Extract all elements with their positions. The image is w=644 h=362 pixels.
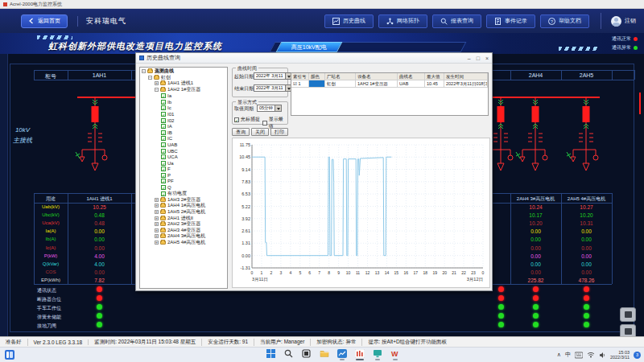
back-home-button[interactable]: 返回首页 <box>21 14 68 28</box>
tree-item[interactable]: +2AH5 4#高压电机 <box>142 240 227 246</box>
props-cell[interactable]: 10.45 <box>425 80 444 88</box>
curve-checkbox-icon[interactable]: ✓ <box>161 118 166 123</box>
query-button[interactable]: 查询 <box>232 128 250 136</box>
curve-checkbox-icon[interactable]: ✓ <box>161 136 166 141</box>
tree-item[interactable]: ✓UBC <box>142 148 227 154</box>
curve-checkbox-icon[interactable]: ✓ <box>161 105 166 110</box>
search-button[interactable] <box>283 349 294 361</box>
dialog-maximize-button[interactable]: □ <box>477 56 480 61</box>
app-chart-red-button[interactable] <box>354 349 365 361</box>
curve-checkbox-icon[interactable]: ✓ <box>161 100 166 105</box>
wifi-icon[interactable] <box>587 352 595 358</box>
app-wps-button[interactable]: W <box>390 349 400 361</box>
curve-checkbox-icon[interactable]: ✓ <box>161 112 166 117</box>
notification-badge[interactable]: 3 <box>634 352 641 359</box>
props-cell[interactable]: ☑ 1 <box>291 80 309 88</box>
tree-item[interactable]: −1AH2 1#变压器 <box>142 87 227 93</box>
speaker-icon[interactable] <box>599 352 606 359</box>
nav-button-event-record[interactable]: 事件记录 <box>486 14 535 28</box>
tree-item[interactable]: ✓I01 <box>142 111 227 117</box>
period-dropdown-icon[interactable] <box>275 105 281 111</box>
taskbar-clock[interactable]: 15:03 2022/3/11 <box>610 350 630 360</box>
tree-expand-icon[interactable]: + <box>155 216 159 220</box>
show-max-checkbox[interactable] <box>262 121 267 125</box>
tree-expand-icon[interactable]: + <box>155 198 159 202</box>
app-chart-blue-button[interactable] <box>336 349 347 361</box>
tree-item[interactable]: ✓I02 <box>142 117 227 124</box>
logout-button[interactable]: 注销 <box>625 17 636 25</box>
tree-item[interactable]: ✓IB <box>142 130 227 136</box>
ime-indicator[interactable]: 中 <box>565 351 571 359</box>
tree-expand-icon[interactable]: + <box>155 222 159 226</box>
curve-checkbox-icon[interactable]: ✓ <box>161 191 166 196</box>
nav-button-network-topology[interactable]: 网络拓扑 <box>378 14 427 28</box>
dialog-titlebar[interactable]: 历史曲线查询 – □ × <box>136 53 492 64</box>
tree-item[interactable]: ✓UCA <box>142 154 227 160</box>
props-cell[interactable]: 1AH2 1#变压器 <box>356 80 398 88</box>
curve-checkbox-icon[interactable]: ✓ <box>161 185 166 190</box>
status-label: 弹簧未储能 <box>37 314 68 321</box>
float-nav-up-button[interactable] <box>620 307 636 322</box>
measure-value: 0.00 <box>68 245 131 251</box>
dialog-minimize-button[interactable]: – <box>468 56 471 61</box>
nav-button-history-curve[interactable]: 历史曲线 <box>324 14 374 28</box>
curve-checkbox-icon[interactable]: ✓ <box>161 167 166 171</box>
curve-checkbox-icon[interactable]: ✓ <box>161 149 166 154</box>
history-chart[interactable]: 11.7510.459.147.836.535.223.922.611.310.… <box>232 138 490 288</box>
curve-checkbox-icon[interactable]: ✓ <box>161 179 166 183</box>
tree-expand-icon[interactable]: − <box>142 69 146 73</box>
tree-expand-icon[interactable]: + <box>155 204 159 208</box>
file-explorer-button[interactable] <box>319 349 329 361</box>
app-monitor-button[interactable] <box>372 349 382 361</box>
tree-item[interactable]: −遥测曲线 <box>142 68 227 75</box>
tree-item[interactable]: ✓IA <box>142 123 227 130</box>
end-date-input[interactable]: 2022年 3月11 <box>254 84 292 92</box>
tab-hv-10kv[interactable]: 高压10kV配电 <box>276 42 343 52</box>
tree-expand-icon[interactable]: + <box>155 228 159 232</box>
curve-checkbox-icon[interactable]: ✓ <box>161 124 166 129</box>
keyboard-icon[interactable] <box>575 352 583 359</box>
tray-expand-icon[interactable]: ∧ <box>557 352 561 358</box>
dialog-close-button[interactable]: × <box>485 56 489 61</box>
tree-expand-icon[interactable]: + <box>155 81 159 85</box>
tree-item[interactable]: ✓Ic <box>142 105 227 112</box>
chart-canvas[interactable]: 11.7510.459.147.836.535.223.922.611.310.… <box>233 138 489 287</box>
folder-icon <box>160 210 166 214</box>
clock-date: 2022/3/11 <box>610 355 630 360</box>
curve-checkbox-icon[interactable]: ✓ <box>161 142 166 147</box>
tree-item[interactable]: ✓Ia <box>142 93 227 99</box>
tree-item[interactable]: ✓Ib <box>142 99 227 105</box>
tree-expand-icon[interactable]: + <box>155 210 159 214</box>
tree-item[interactable]: ✓Ua <box>142 160 227 167</box>
curve-color-swatch[interactable] <box>309 80 325 88</box>
period-select[interactable]: 05分钟 <box>257 105 282 112</box>
tree-item[interactable]: ✓F <box>142 167 227 173</box>
tree-item[interactable]: ✓IC <box>142 136 227 142</box>
tree-expand-icon[interactable]: − <box>155 88 159 92</box>
user-avatar[interactable] <box>611 16 621 27</box>
tree-item[interactable]: ✓UAB <box>142 142 227 148</box>
task-view-button[interactable] <box>301 349 312 361</box>
curve-checkbox-icon[interactable]: ✓ <box>161 93 166 98</box>
nav-button-help-doc[interactable]: ?帮助文档 <box>540 14 589 28</box>
start-button[interactable] <box>266 349 276 361</box>
print-button[interactable]: 打印 <box>270 128 288 136</box>
tree-item[interactable]: ✓P <box>142 172 227 179</box>
cursor-capture-checkbox[interactable]: ✓ <box>234 117 239 122</box>
close-button[interactable]: 关闭 <box>251 128 269 136</box>
curve-checkbox-icon[interactable]: ✓ <box>161 154 166 159</box>
curve-checkbox-icon[interactable]: ✓ <box>161 173 166 178</box>
props-cell[interactable]: 2022年3月11日01时32分 <box>444 80 488 88</box>
tree-expand-icon[interactable]: + <box>155 241 159 245</box>
start-date-input[interactable]: 2022年 3月11 <box>254 72 292 80</box>
nav-button-report-query[interactable]: 报表查询 <box>432 14 481 28</box>
tree-expand-icon[interactable]: − <box>148 76 152 80</box>
curve-checkbox-icon[interactable]: ✓ <box>161 161 166 166</box>
tree-item[interactable]: ✓PF <box>142 179 227 185</box>
curve-checkbox-icon[interactable]: ✓ <box>161 130 166 135</box>
props-cell[interactable]: UAB <box>398 80 425 88</box>
widgets-icon[interactable] <box>5 350 14 360</box>
tree-expand-icon[interactable]: + <box>155 234 159 238</box>
props-cell[interactable]: 虹创 <box>325 80 356 88</box>
nav-divider <box>77 16 78 27</box>
